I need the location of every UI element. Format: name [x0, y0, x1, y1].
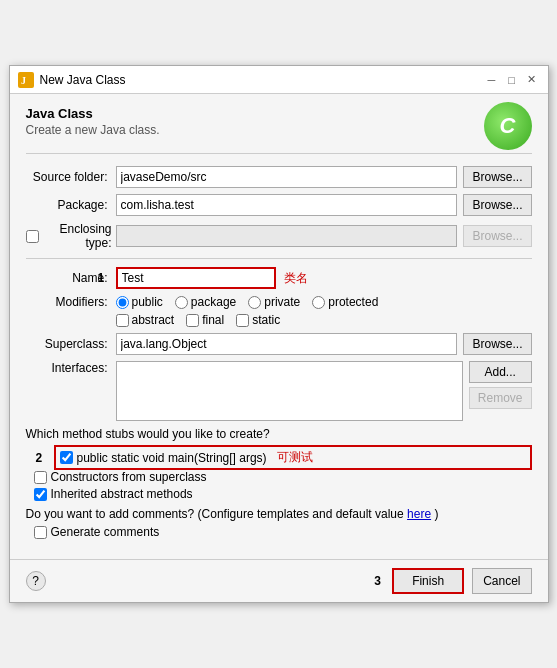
modifier-private-label: private [264, 295, 300, 309]
java-icon: J [18, 72, 34, 88]
generate-comments-label: Generate comments [51, 525, 160, 539]
modifier-public[interactable]: public [116, 295, 163, 309]
stub-inherited-checkbox[interactable] [34, 488, 47, 501]
close-button[interactable]: ✕ [524, 72, 540, 88]
new-java-class-dialog: J New Java Class ─ □ ✕ Java Class Create… [9, 65, 549, 603]
stub-inherited-item[interactable]: Inherited abstract methods [34, 487, 532, 501]
dialog-content: Java Class Create a new Java class. C So… [10, 94, 548, 559]
package-label: Package: [26, 198, 116, 212]
modifier-static[interactable]: static [236, 313, 280, 327]
section-header: Java Class Create a new Java class. [26, 106, 160, 137]
remove-interface-button: Remove [469, 387, 532, 409]
modifier-protected-radio[interactable] [312, 296, 325, 309]
stub-constructors-label: Constructors from superclass [51, 470, 207, 484]
enclosing-label: Enclosing type: [42, 222, 112, 250]
superclass-row: Superclass: Browse... [26, 333, 532, 355]
modifier-public-radio[interactable] [116, 296, 129, 309]
enclosing-type-row: Enclosing type: Browse... [26, 222, 532, 250]
superclass-input[interactable] [116, 333, 458, 355]
stub-main-row: 2 public static void main(String[] args)… [54, 445, 532, 470]
modifiers-row: Modifiers: public package private protec… [26, 295, 532, 309]
title-controls: ─ □ ✕ [484, 72, 540, 88]
generate-comments-checkbox[interactable] [34, 526, 47, 539]
modifier-static-checkbox[interactable] [236, 314, 249, 327]
help-button[interactable]: ? [26, 571, 46, 591]
modifiers-radio-group: public package private protected [116, 295, 379, 309]
stub-main-item[interactable]: public static void main(String[] args) 可… [54, 445, 532, 470]
enclosing-input[interactable] [116, 225, 458, 247]
section-title: Java Class [26, 106, 160, 121]
enclosing-type-checkbox[interactable] [26, 230, 39, 243]
finish-btn-wrapper: 3 Finish [392, 568, 464, 594]
step-3-badge: 3 [374, 574, 381, 588]
step-2-badge: 2 [36, 451, 43, 465]
stub-main-hint: 可测试 [277, 449, 313, 466]
logo-letter: C [500, 113, 516, 139]
comments-section: Do you want to add comments? (Configure … [26, 507, 532, 539]
comments-link[interactable]: here [407, 507, 431, 521]
name-hint: 类名 [284, 270, 308, 287]
stub-constructors-checkbox[interactable] [34, 471, 47, 484]
comments-question: Do you want to add comments? (Configure … [26, 507, 404, 521]
title-bar-left: J New Java Class [18, 72, 126, 88]
modifier-final-checkbox[interactable] [186, 314, 199, 327]
footer-right: 3 Finish Cancel [392, 568, 531, 594]
superclass-label: Superclass: [26, 337, 116, 351]
generate-comments-item[interactable]: Generate comments [34, 525, 532, 539]
modifier-final-label: final [202, 313, 224, 327]
modifier-package[interactable]: package [175, 295, 236, 309]
comments-close-paren: ) [434, 507, 438, 521]
stub-main-checkbox[interactable] [60, 451, 73, 464]
source-folder-browse-button[interactable]: Browse... [463, 166, 531, 188]
modifier-private[interactable]: private [248, 295, 300, 309]
modifier-private-radio[interactable] [248, 296, 261, 309]
interfaces-buttons: Add... Remove [469, 361, 532, 409]
dialog-footer: ? 3 Finish Cancel [10, 559, 548, 602]
name-input-group: 1 类名 [116, 267, 308, 289]
modifier-abstract-checkbox[interactable] [116, 314, 129, 327]
svg-text:J: J [21, 75, 26, 86]
enclosing-browse-button: Browse... [463, 225, 531, 247]
name-input[interactable] [116, 267, 276, 289]
enclosing-checkbox-label: Enclosing type: [26, 222, 116, 250]
package-input[interactable] [116, 194, 458, 216]
separator-1 [26, 258, 532, 259]
header-row: Java Class Create a new Java class. C [26, 106, 532, 154]
dialog-title: New Java Class [40, 73, 126, 87]
maximize-button[interactable]: □ [504, 72, 520, 88]
section-subtitle: Create a new Java class. [26, 123, 160, 137]
source-folder-label: Source folder: [26, 170, 116, 184]
modifier-abstract[interactable]: abstract [116, 313, 175, 327]
package-browse-button[interactable]: Browse... [463, 194, 531, 216]
title-bar: J New Java Class ─ □ ✕ [10, 66, 548, 94]
modifier-protected[interactable]: protected [312, 295, 378, 309]
superclass-browse-button[interactable]: Browse... [463, 333, 531, 355]
minimize-button[interactable]: ─ [484, 72, 500, 88]
modifier-final[interactable]: final [186, 313, 224, 327]
modifier-static-label: static [252, 313, 280, 327]
step-1-badge: 1 [98, 271, 105, 285]
modifier-package-label: package [191, 295, 236, 309]
stubs-title: Which method stubs would you like to cre… [26, 427, 532, 441]
stubs-section: Which method stubs would you like to cre… [26, 427, 532, 501]
interfaces-box [116, 361, 463, 421]
stub-constructors-item[interactable]: Constructors from superclass [34, 470, 532, 484]
source-folder-input[interactable] [116, 166, 458, 188]
modifier-package-radio[interactable] [175, 296, 188, 309]
modifier-public-label: public [132, 295, 163, 309]
modifier-abstract-label: abstract [132, 313, 175, 327]
eclipse-logo: C [484, 102, 532, 150]
comments-link-row: Do you want to add comments? (Configure … [26, 507, 532, 521]
modifiers-label: Modifiers: [26, 295, 116, 309]
source-folder-row: Source folder: Browse... [26, 166, 532, 188]
modifier-protected-label: protected [328, 295, 378, 309]
add-interface-button[interactable]: Add... [469, 361, 532, 383]
package-row: Package: Browse... [26, 194, 532, 216]
stub-main-label: public static void main(String[] args) [77, 451, 267, 465]
cancel-button[interactable]: Cancel [472, 568, 531, 594]
interfaces-label: Interfaces: [26, 361, 116, 375]
interfaces-row: Interfaces: Add... Remove [26, 361, 532, 421]
finish-button[interactable]: Finish [392, 568, 464, 594]
modifiers-check-group: abstract final static [116, 313, 532, 327]
name-row: Name: 1 类名 [26, 267, 532, 289]
